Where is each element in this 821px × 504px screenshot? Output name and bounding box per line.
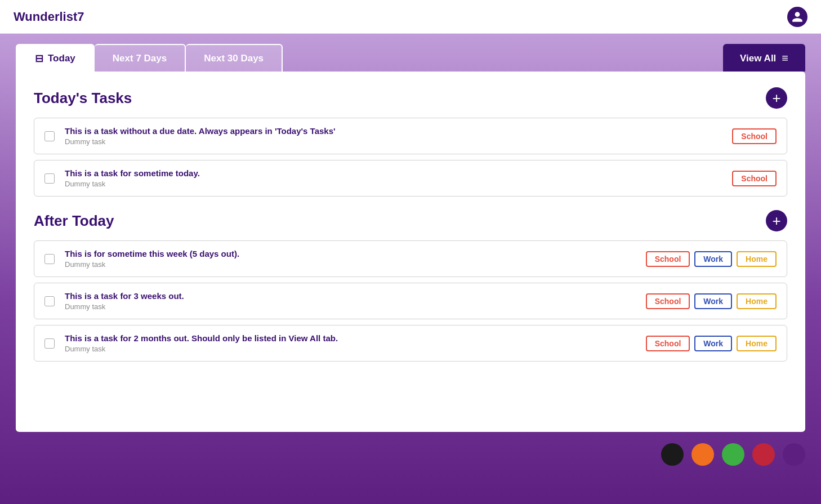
swatch-red[interactable] [752, 443, 775, 466]
add-task-today-button[interactable]: + [766, 87, 787, 109]
table-row: This is a task for sometime today. Dummy… [34, 160, 787, 197]
task-info-t4: This is a task for 3 weeks out. Dummy ta… [65, 291, 636, 311]
app-header: Wunderlist7 [0, 0, 821, 34]
section-title-after: After Today [34, 212, 114, 230]
task-info-t2: This is a task for sometime today. Dummy… [65, 168, 722, 188]
task-tags-t1: School [732, 128, 777, 144]
task-title-t5: This is a task for 2 months out. Should … [65, 333, 636, 343]
task-subtitle-t5: Dummy task [65, 345, 636, 353]
task-subtitle-t2: Dummy task [65, 180, 722, 188]
section-todays-tasks: Today's Tasks + This is a task without a… [34, 87, 787, 197]
task-checkbox-t2[interactable] [44, 173, 55, 184]
task-checkbox-t4[interactable] [44, 296, 55, 306]
task-checkbox-t3[interactable] [44, 254, 55, 264]
table-row: This is a task for 3 weeks out. Dummy ta… [34, 283, 787, 319]
swatch-black[interactable] [661, 443, 684, 466]
task-title-t3: This is for sometime this week (5 days o… [65, 249, 636, 258]
tag-school-t1[interactable]: School [732, 128, 777, 144]
task-tags-t3: School Work Home [646, 251, 777, 267]
tab-view-all[interactable]: View All [723, 44, 805, 72]
task-title-t4: This is a task for 3 weeks out. [65, 291, 636, 301]
list-icon [782, 52, 788, 65]
tag-home-t4[interactable]: Home [737, 293, 777, 309]
task-subtitle-t4: Dummy task [65, 302, 636, 311]
tab-7days[interactable]: Next 7 Days [95, 44, 186, 72]
tag-work-t3[interactable]: Work [694, 251, 732, 267]
swatch-green[interactable] [722, 443, 744, 466]
task-info-t5: This is a task for 2 months out. Should … [65, 333, 636, 353]
tag-home-t3[interactable]: Home [737, 251, 777, 267]
tag-school-t2[interactable]: School [732, 171, 777, 186]
swatch-orange[interactable] [691, 443, 714, 466]
table-row: This is a task for 2 months out. Should … [34, 325, 787, 362]
task-info-t3: This is for sometime this week (5 days o… [65, 249, 636, 269]
section-title-today: Today's Tasks [34, 90, 132, 107]
app-title: Wunderlist7 [14, 10, 84, 24]
task-tags-t5: School Work Home [646, 336, 777, 351]
tag-work-t5[interactable]: Work [694, 336, 732, 351]
tag-work-t4[interactable]: Work [694, 293, 732, 309]
task-checkbox-t5[interactable] [44, 338, 55, 349]
task-tags-t2: School [732, 171, 777, 186]
tag-school-t5[interactable]: School [646, 336, 690, 351]
main-content: Today's Tasks + This is a task without a… [16, 72, 805, 432]
add-task-after-button[interactable]: + [766, 210, 787, 231]
tag-school-t3[interactable]: School [646, 251, 690, 267]
user-avatar-button[interactable] [787, 7, 807, 27]
tab-today[interactable]: Today [16, 44, 95, 72]
task-subtitle-t1: Dummy task [65, 137, 722, 146]
task-subtitle-t3: Dummy task [65, 260, 636, 269]
task-title-t2: This is a task for sometime today. [65, 168, 722, 178]
tab-bar: Today Next 7 Days Next 30 Days View All [0, 34, 821, 72]
task-title-t1: This is a task without a due date. Alway… [65, 126, 722, 136]
tag-school-t4[interactable]: School [646, 293, 690, 309]
tab-30days[interactable]: Next 30 Days [186, 44, 283, 72]
task-checkbox-t1[interactable] [44, 131, 55, 141]
color-swatches [0, 432, 821, 474]
task-tags-t4: School Work Home [646, 293, 777, 309]
table-row: This is for sometime this week (5 days o… [34, 240, 787, 277]
tab-spacer [283, 44, 723, 72]
swatch-purple[interactable] [783, 443, 805, 466]
task-info-t1: This is a task without a due date. Alway… [65, 126, 722, 146]
section-after-today: After Today + This is for sometime this … [34, 210, 787, 362]
table-row: This is a task without a due date. Alway… [34, 118, 787, 154]
section-header-after: After Today + [34, 210, 787, 231]
tag-home-t5[interactable]: Home [737, 336, 777, 351]
section-header-today: Today's Tasks + [34, 87, 787, 109]
today-icon [35, 52, 43, 65]
